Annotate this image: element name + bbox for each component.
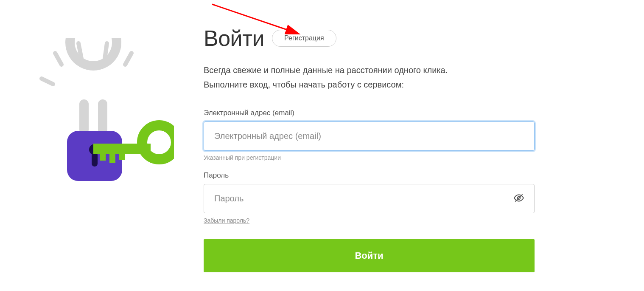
svg-line-3 bbox=[125, 53, 132, 65]
password-input-wrap bbox=[204, 184, 535, 213]
svg-rect-7 bbox=[92, 152, 98, 167]
page-title: Войти bbox=[204, 25, 264, 51]
svg-point-8 bbox=[142, 125, 174, 159]
register-button[interactable]: Регистрация bbox=[272, 30, 336, 47]
password-field[interactable] bbox=[204, 184, 535, 213]
login-button[interactable]: Войти bbox=[204, 239, 535, 272]
login-form: Войти Регистрация Всегда свежие и полные… bbox=[187, 25, 535, 291]
toggle-password-visibility-icon[interactable] bbox=[513, 192, 524, 205]
subtitle-line1: Всегда свежие и полные данные на расстоя… bbox=[204, 63, 535, 77]
email-field[interactable] bbox=[204, 121, 535, 151]
svg-rect-11 bbox=[109, 152, 115, 163]
email-hint: Указанный при регистрации bbox=[204, 154, 535, 161]
email-label: Электронный адрес (email) bbox=[204, 109, 535, 117]
password-label: Пароль bbox=[204, 171, 535, 180]
subtitle-line2: Выполните вход, чтобы начать работу с се… bbox=[204, 77, 535, 92]
svg-line-0 bbox=[55, 53, 62, 65]
svg-rect-12 bbox=[119, 152, 125, 160]
lock-key-icon bbox=[30, 38, 174, 187]
svg-rect-10 bbox=[100, 152, 106, 161]
subtitle: Всегда свежие и полные данные на расстоя… bbox=[204, 63, 535, 92]
login-page: Войти Регистрация Всегда свежие и полные… bbox=[0, 0, 644, 291]
svg-line-4 bbox=[42, 79, 53, 84]
forgot-password-link[interactable]: Забыли пароль? bbox=[204, 217, 249, 224]
email-input-wrap bbox=[204, 121, 535, 151]
login-illustration bbox=[30, 25, 187, 291]
header-row: Войти Регистрация bbox=[204, 25, 535, 51]
